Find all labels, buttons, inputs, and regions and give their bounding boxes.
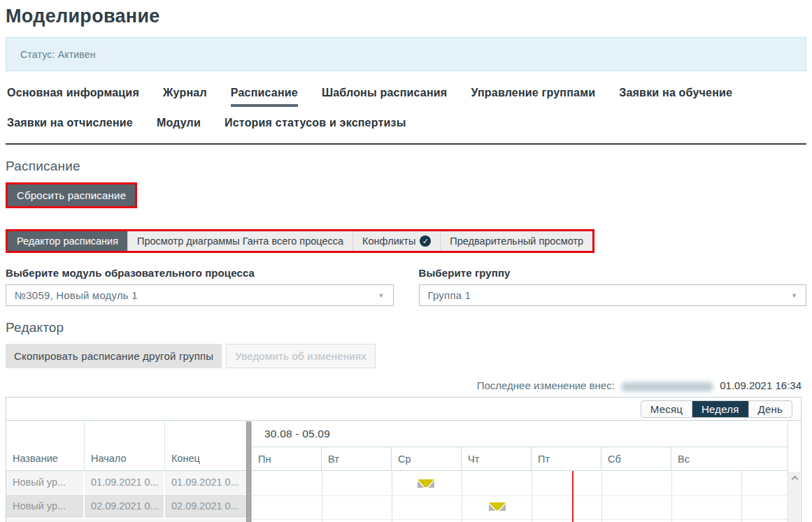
tab-journal[interactable]: Журнал bbox=[163, 87, 207, 107]
day-header-thu: Чт bbox=[462, 447, 532, 470]
status-banner: Статус: Активен bbox=[6, 37, 806, 71]
view-tab-conflicts[interactable]: Конфликты ✓ bbox=[353, 231, 441, 251]
tab-modules[interactable]: Модули bbox=[157, 117, 201, 134]
day-header-mon: Пн bbox=[252, 447, 322, 470]
view-toggle: Месяц Неделя День bbox=[641, 400, 792, 418]
lesson-name-cell: Новый ур... bbox=[6, 495, 85, 518]
day-header-fri: Пт bbox=[532, 447, 601, 470]
group-select-label: Выберите группу bbox=[419, 267, 807, 279]
toggle-day-button[interactable]: День bbox=[748, 401, 792, 417]
tab-main-info[interactable]: Основная информация bbox=[7, 87, 139, 107]
chevron-down-icon: ▼ bbox=[791, 292, 797, 299]
toggle-month-button[interactable]: Месяц bbox=[641, 401, 692, 417]
tab-group-management[interactable]: Управление группами bbox=[471, 87, 595, 107]
toggle-week-button[interactable]: Неделя bbox=[692, 401, 748, 417]
group-select[interactable]: Группа 1 ▼ bbox=[419, 284, 807, 306]
view-tab-conflicts-label: Конфликты bbox=[362, 235, 415, 247]
gridline bbox=[671, 472, 672, 522]
redacted-author-name bbox=[622, 382, 713, 391]
schedule-heading: Расписание bbox=[6, 159, 806, 174]
module-select[interactable]: №3059, Новый модуль 1 ▼ bbox=[6, 284, 394, 306]
tab-schedule[interactable]: Расписание bbox=[231, 87, 298, 107]
check-circle-icon: ✓ bbox=[420, 235, 431, 247]
day-header-wed: Ср bbox=[392, 447, 462, 470]
last-modified-timestamp: 01.09.2021 16:34 bbox=[720, 379, 802, 391]
flag-icon[interactable] bbox=[418, 479, 434, 488]
reset-schedule-button[interactable]: Сбросить расписание bbox=[6, 182, 137, 208]
page: Моделирование Статус: Активен Основная и… bbox=[0, 0, 812, 522]
lesson-name-cell: Новый ур... bbox=[6, 471, 85, 494]
gridline bbox=[392, 472, 392, 522]
day-header-tue: Вт bbox=[322, 447, 392, 470]
splitter-handle[interactable] bbox=[246, 421, 251, 522]
vertical-scrollbar[interactable] bbox=[789, 472, 800, 522]
group-select-value: Группа 1 bbox=[428, 289, 792, 301]
scheduler-grid: Название Начало Конец Новый ур... 01.09.… bbox=[6, 421, 801, 522]
module-select-value: №3059, Новый модуль 1 bbox=[15, 289, 378, 301]
filters-row: Выберите модуль образовательного процесс… bbox=[6, 267, 806, 306]
timeline-body[interactable] bbox=[252, 472, 788, 522]
lesson-start-cell: 01.09.2021 0... bbox=[85, 471, 165, 494]
timeline: 30.08 - 05.09 Пн Вт Ср Чт Пт Сб Вс bbox=[251, 421, 801, 522]
gridline bbox=[601, 472, 602, 522]
lesson-end-cell: 02.09.2021 0... bbox=[165, 495, 246, 518]
editor-buttons: Скопировать расписание другой группы Уве… bbox=[6, 344, 806, 368]
module-select-label: Выберите модуль образовательного процесс… bbox=[6, 267, 394, 279]
day-header-sun: Вс bbox=[671, 447, 788, 470]
tab-row-1: Основная информация Журнал Расписание Ша… bbox=[7, 87, 806, 107]
view-tabstrip-annotation: Редактор расписания Просмотр диаграммы Г… bbox=[6, 229, 594, 253]
copy-schedule-button[interactable]: Скопировать расписание другой группы bbox=[6, 344, 222, 368]
chevron-up-icon bbox=[791, 476, 798, 483]
day-header-row: Пн Вт Ср Чт Пт Сб Вс bbox=[252, 447, 788, 471]
lesson-end-cell: 01.09.2021 0... bbox=[165, 471, 246, 494]
gridline bbox=[252, 519, 788, 520]
current-time-marker bbox=[572, 471, 574, 522]
group-filter: Выберите группу Группа 1 ▼ bbox=[419, 267, 807, 306]
timeline-inner: 30.08 - 05.09 Пн Вт Ср Чт Пт Сб Вс bbox=[252, 421, 788, 522]
lesson-start-cell: 02.09.2021 0... bbox=[85, 495, 165, 518]
tab-status-history[interactable]: История статусов и экспертизы bbox=[225, 117, 406, 134]
last-modified-line: Последнее изменение внес: 01.09.2021 16:… bbox=[6, 379, 806, 391]
tab-training-requests[interactable]: Заявки на обучение bbox=[619, 87, 732, 107]
last-modified-label: Последнее изменение внес: bbox=[477, 379, 615, 391]
gridline bbox=[252, 495, 788, 496]
tab-schedule-templates[interactable]: Шаблоны расписания bbox=[322, 87, 447, 107]
tab-expulsion-requests[interactable]: Заявки на отчисление bbox=[7, 117, 133, 134]
chevron-down-icon: ▼ bbox=[378, 292, 385, 299]
table-row-partial bbox=[6, 519, 246, 522]
flag-icon[interactable] bbox=[489, 502, 506, 512]
week-range-header: 30.08 - 05.09 bbox=[252, 421, 788, 447]
gridline bbox=[462, 472, 462, 522]
scroll-up-button[interactable] bbox=[789, 472, 800, 484]
editor-heading: Редактор bbox=[6, 320, 806, 335]
tab-bar: Основная информация Журнал Расписание Ша… bbox=[6, 87, 806, 145]
end-column-header: Конец bbox=[165, 421, 246, 470]
table-row[interactable]: Новый ур... 02.09.2021 0... 02.09.2021 0… bbox=[6, 495, 246, 519]
scheduler-panel: Месяц Неделя День Название Начало Конец … bbox=[6, 397, 802, 522]
page-title: Моделирование bbox=[6, 6, 806, 27]
lesson-table: Название Начало Конец Новый ур... 01.09.… bbox=[6, 421, 246, 522]
view-tab-gantt[interactable]: Просмотр диаграммы Ганта всего процесса bbox=[128, 231, 353, 251]
start-column-header: Начало bbox=[85, 421, 165, 470]
module-filter: Выберите модуль образовательного процесс… bbox=[6, 267, 394, 306]
view-tab-schedule-editor[interactable]: Редактор расписания bbox=[8, 231, 128, 251]
table-row[interactable]: Новый ур... 01.09.2021 0... 01.09.2021 0… bbox=[6, 471, 246, 495]
notify-changes-button: Уведомить об изменениях bbox=[226, 344, 376, 368]
name-column-header: Название bbox=[6, 421, 85, 470]
status-text: Статус: Активен bbox=[20, 49, 96, 60]
gridline bbox=[741, 472, 742, 522]
gridline bbox=[322, 472, 322, 522]
view-tab-preview[interactable]: Предварительный просмотр bbox=[441, 231, 592, 251]
gridline bbox=[532, 472, 532, 522]
scheduler-toolbar: Месяц Неделя День bbox=[6, 398, 801, 421]
lesson-table-header: Название Начало Конец bbox=[6, 421, 246, 471]
tab-row-2: Заявки на отчисление Модули История стат… bbox=[7, 117, 806, 134]
day-header-sat: Сб bbox=[601, 447, 671, 470]
